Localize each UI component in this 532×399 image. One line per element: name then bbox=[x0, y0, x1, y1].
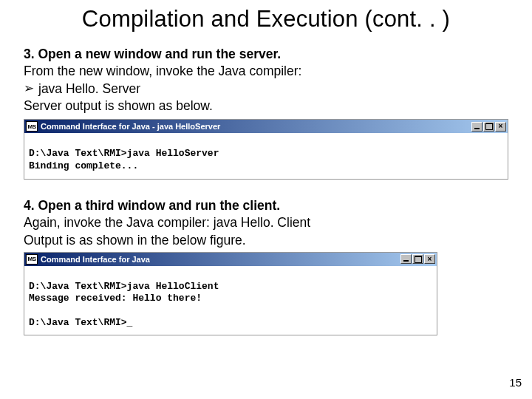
maximize-button[interactable] bbox=[483, 122, 494, 132]
titlebar-1: MS Command Interface for Java - java Hel… bbox=[24, 120, 508, 133]
triangle-bullet-icon: ➢ bbox=[24, 81, 34, 98]
step4-line2: Output is as shown in the below figure. bbox=[24, 232, 513, 249]
msdos-icon: MS bbox=[26, 121, 38, 132]
console-output-2: D:\Java Text\RMI>java HelloClient Messag… bbox=[24, 266, 437, 335]
step4-line1: Again, invoke the Java compiler: java He… bbox=[24, 214, 513, 231]
window-title-1: Command Interface for Java - java HelloS… bbox=[41, 122, 471, 131]
step4-heading: 4. Open a third window and run the clien… bbox=[24, 197, 513, 214]
console-output-1: D:\Java Text\RMI>java HelloServer Bindin… bbox=[24, 133, 508, 179]
minimize-button[interactable] bbox=[471, 122, 482, 132]
close-button[interactable]: × bbox=[495, 122, 506, 132]
step3-line2: Server output is shown as below. bbox=[24, 98, 513, 115]
msdos-icon: MS bbox=[26, 254, 38, 265]
step3-line1: From the new window, invoke the Java com… bbox=[24, 63, 513, 80]
close-button[interactable]: × bbox=[424, 254, 435, 264]
step3-bullet-text: java Hello. Server bbox=[38, 81, 140, 98]
console-window-1: MS Command Interface for Java - java Hel… bbox=[24, 119, 508, 180]
titlebar-2: MS Command Interface for Java × bbox=[24, 253, 437, 266]
maximize-button[interactable] bbox=[412, 254, 423, 264]
slide-title: Compilation and Execution (cont. . ) bbox=[19, 6, 513, 33]
window-title-2: Command Interface for Java bbox=[41, 255, 400, 264]
console-window-2: MS Command Interface for Java × D:\Java … bbox=[24, 252, 437, 335]
step3-heading: 3. Open a new window and run the server. bbox=[24, 46, 513, 63]
page-number: 15 bbox=[509, 376, 522, 389]
minimize-button[interactable] bbox=[400, 254, 412, 264]
